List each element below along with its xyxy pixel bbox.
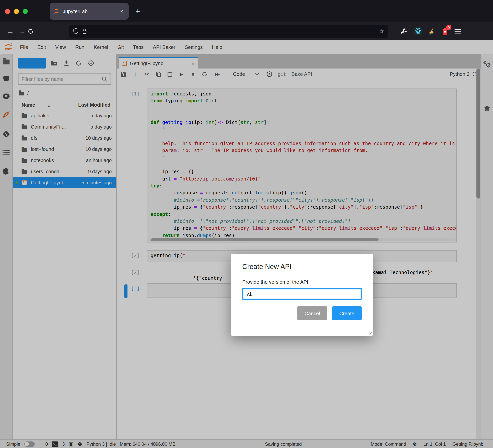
dialog-label: Provide the version of the API:	[242, 279, 362, 285]
modal-overlay	[0, 40, 493, 448]
reload-icon	[28, 28, 34, 34]
extension-badge: 5	[446, 25, 451, 29]
window-controls	[5, 9, 39, 14]
close-window-button[interactable]	[5, 9, 10, 14]
lock-icon[interactable]	[82, 28, 87, 34]
shield-icon[interactable]	[73, 28, 78, 34]
dialog-title: Create New API	[242, 263, 362, 271]
url-bar[interactable]: ☆	[69, 25, 388, 38]
browser-tab[interactable]: JupyterLab ×	[50, 3, 129, 20]
browser-chrome: JupyterLab × + ← →	[0, 0, 493, 40]
jupyterlab-window: FileEditViewRunKernelGitTabsAPI BakerSet…	[0, 40, 493, 448]
back-button[interactable]: ←	[5, 27, 16, 35]
api-version-input[interactable]	[242, 288, 362, 300]
reload-button[interactable]	[28, 28, 39, 34]
jupyter-favicon	[54, 8, 60, 14]
bookmark-star-icon[interactable]: ☆	[379, 28, 384, 35]
wrench-icon[interactable]	[401, 28, 407, 35]
dialog-resize-handle[interactable]	[367, 329, 372, 334]
create-api-dialog: Create New API Provide the version of th…	[231, 254, 373, 336]
new-tab-button[interactable]: +	[135, 7, 140, 16]
trash-extension-button[interactable]: ♻ 5	[442, 28, 448, 35]
browser-tabstrip: JupyterLab × +	[0, 0, 493, 22]
dialog-buttons: Cancel Create	[242, 306, 362, 320]
forward-button[interactable]: →	[16, 27, 28, 35]
zoom-window-button[interactable]	[23, 9, 28, 14]
browser-tab-title: JupyterLab	[63, 8, 119, 14]
create-button[interactable]: Create	[332, 306, 362, 320]
menu-hamburger-icon[interactable]	[454, 28, 461, 35]
react-devtools-icon[interactable]	[414, 27, 422, 35]
extension-icons: ♻ 5	[401, 27, 461, 35]
broom-extension-icon[interactable]	[428, 28, 436, 35]
screen: JupyterLab × + ← →	[0, 0, 493, 448]
svg-text:♻: ♻	[444, 30, 446, 34]
minimize-window-button[interactable]	[14, 9, 19, 14]
tab-close-icon[interactable]: ×	[119, 8, 125, 14]
cancel-button[interactable]: Cancel	[297, 306, 327, 320]
browser-navbar: ← → ☆	[0, 22, 493, 40]
